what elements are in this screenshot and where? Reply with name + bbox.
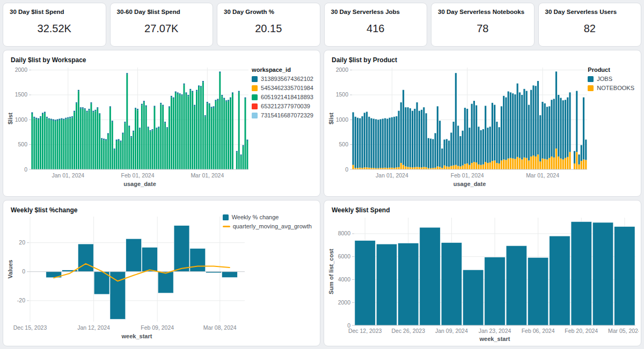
chart-text: Jan 01, 2024 [52, 172, 84, 179]
chart-text: 1000 [15, 116, 28, 123]
chart-text: 1500 [336, 91, 349, 98]
kpi-title: 30 Day Serverless Notebooks [431, 3, 534, 15]
dashboard-page: 30 Day $list Spend 32.52K 30-60 Day $lis… [0, 0, 644, 349]
chart-text: 2000 [336, 66, 349, 73]
legend-item-653212377970039[interactable]: 653212377970039 [252, 103, 313, 109]
chart-text: 2000 [15, 66, 28, 73]
weekly-spend-card: Weekly $list Spend 02000400060008000Dec … [324, 200, 641, 346]
kpi-card-serverless-users: 30 Day Serverless Users 82 [538, 3, 642, 47]
kpi-title: 30 Day $list Spend [3, 3, 106, 15]
chart-text: Dec 26, 2023 [392, 328, 426, 334]
chart-title: Weekly $list %change [3, 201, 320, 214]
chart-text: Jan 01, 2024 [376, 172, 408, 179]
chart-text: 8000 [338, 230, 351, 236]
legend-label: 7315416687072329 [261, 112, 313, 118]
kpi-title: 30-60 Day $list Spend [111, 3, 213, 15]
daily-by-workspace-chart[interactable]: 0500100015002000Jan 01, 2024Feb 01, 2024… [6, 64, 251, 195]
middle-chart-row: Daily $list by Workspace 050010001500200… [3, 50, 641, 197]
legend-label: JOBS [597, 76, 612, 82]
legend-title: workspace_id [252, 66, 313, 73]
legend-square-marker [252, 103, 258, 109]
legend-square-marker [588, 76, 594, 82]
weekly-change-legend: Weekly % changequarterly_moving_avg_grow… [223, 214, 312, 232]
chart-text: Feb 20, 2024 [565, 328, 598, 334]
chart-text: usage_date [123, 181, 156, 187]
legend-label: 653212377970039 [261, 103, 310, 109]
workspace-legend: workspace_id3138935674362102545346233570… [252, 66, 313, 121]
kpi-title: 30 Day Serverless Jobs [325, 3, 427, 15]
chart-text: 6000 [338, 253, 351, 259]
kpi-value: 416 [325, 15, 427, 46]
chart-text: Jan 23, 2024 [479, 328, 511, 334]
chart-text: Jan 12, 2024 [77, 324, 110, 331]
legend-square-marker [252, 113, 258, 118]
chart-text: 2000 [338, 299, 351, 306]
chart-text: Mar 08, 2024 [203, 324, 237, 331]
chart-text: 500 [18, 141, 27, 147]
kpi-card-serverless-notebooks: 30 Day Serverless Notebooks 78 [431, 3, 535, 47]
legend-square-marker [252, 85, 258, 91]
weekly-spend-chart[interactable]: 02000400060008000Dec 12, 2023Dec 26, 202… [327, 214, 639, 343]
chart-text: Feb 06, 2024 [522, 328, 555, 334]
chart-text: 1000 [336, 116, 349, 123]
daily-by-product-chart[interactable]: 0500100015002000Jan 01, 2024Feb 01, 2024… [327, 64, 589, 195]
legend-item-weekly-change[interactable]: Weekly % change [223, 214, 312, 220]
kpi-title: 30 Day Serverless Users [539, 3, 641, 15]
legend-item-7315416687072329[interactable]: 7315416687072329 [252, 112, 313, 118]
weekly-pct-change-card: Weekly $list %change -20020Dec 15, 2023J… [3, 200, 320, 346]
legend-line-marker [223, 226, 230, 227]
legend-label: 5453462335701984 [261, 85, 313, 91]
chart-text: week_start [121, 333, 152, 339]
chart-text: Dec 15, 2023 [13, 324, 47, 331]
daily-by-workspace-card: Daily $list by Workspace 050010001500200… [3, 50, 320, 197]
legend-item-quarterly-moving-avg-growth[interactable]: quarterly_moving_avg_growth [223, 223, 312, 229]
legend-label: Weekly % change [232, 214, 279, 220]
chart-text: Sum of list_cost [328, 249, 334, 294]
kpi-card-30-60day-spend: 30-60 Day $list Spend 27.07K [110, 3, 214, 47]
kpi-title: 30 Day Growth % [217, 3, 320, 15]
legend-label: quarterly_moving_avg_growth [233, 223, 312, 229]
chart-text: 0 [24, 166, 27, 173]
chart-text: Mar 05, 2024 [608, 328, 639, 334]
legend-label: NOTEBOOKS [597, 85, 634, 91]
chart-text: week_start [479, 336, 510, 342]
chart-text: 20 [19, 239, 25, 246]
kpi-value: 82 [539, 15, 641, 46]
legend-item-notebooks[interactable]: NOTEBOOKS [588, 85, 634, 91]
chart-text: 0 [22, 268, 25, 274]
kpi-row: 30 Day $list Spend 32.52K 30-60 Day $lis… [3, 3, 641, 47]
chart-title: Daily $list by Product [324, 50, 641, 64]
bottom-chart-row: Weekly $list %change -20020Dec 15, 2023J… [3, 200, 641, 346]
legend-label: 3138935674362102 [261, 76, 313, 82]
legend-square-marker [588, 85, 594, 91]
kpi-value: 20.15 [217, 15, 320, 46]
kpi-card-serverless-jobs: 30 Day Serverless Jobs 416 [324, 3, 428, 47]
chart-text: Jan 09, 2024 [435, 328, 468, 334]
daily-by-product-card: Daily $list by Product 0500100015002000J… [324, 50, 641, 197]
chart-text: 0 [345, 166, 348, 173]
chart-title: Daily $list by Workspace [3, 50, 320, 64]
chart-text: Feb 01, 2024 [451, 172, 484, 179]
chart-text: 4000 [338, 276, 351, 283]
chart-text: Mar 01, 2024 [191, 172, 224, 179]
legend-square-marker [252, 94, 258, 100]
legend-item-jobs[interactable]: JOBS [588, 76, 634, 82]
chart-title: Weekly $list Spend [324, 201, 641, 214]
chart-text: $list [328, 113, 334, 124]
weekly-pct-change-chart[interactable]: -20020Dec 15, 2023Jan 12, 2024Feb 09, 20… [6, 214, 247, 341]
chart-text: usage_date [453, 181, 486, 187]
chart-text: Feb 09, 2024 [141, 324, 174, 331]
kpi-value: 32.52K [3, 15, 106, 46]
kpi-value: 27.07K [111, 15, 213, 46]
kpi-value: 78 [431, 15, 534, 46]
legend-title: Product [588, 66, 634, 73]
legend-item-5453462335701984[interactable]: 5453462335701984 [252, 85, 313, 91]
kpi-card-growth-pct: 30 Day Growth % 20.15 [217, 3, 320, 47]
chart-text: 500 [339, 141, 348, 147]
kpi-card-30day-spend: 30 Day $list Spend 32.52K [3, 3, 106, 47]
legend-label: 6051921418418893 [261, 94, 313, 100]
legend-item-6051921418418893[interactable]: 6051921418418893 [252, 94, 313, 100]
chart-text: Feb 01, 2024 [121, 172, 155, 179]
chart-text: Dec 12, 2023 [348, 328, 382, 334]
legend-item-3138935674362102[interactable]: 3138935674362102 [252, 76, 313, 82]
